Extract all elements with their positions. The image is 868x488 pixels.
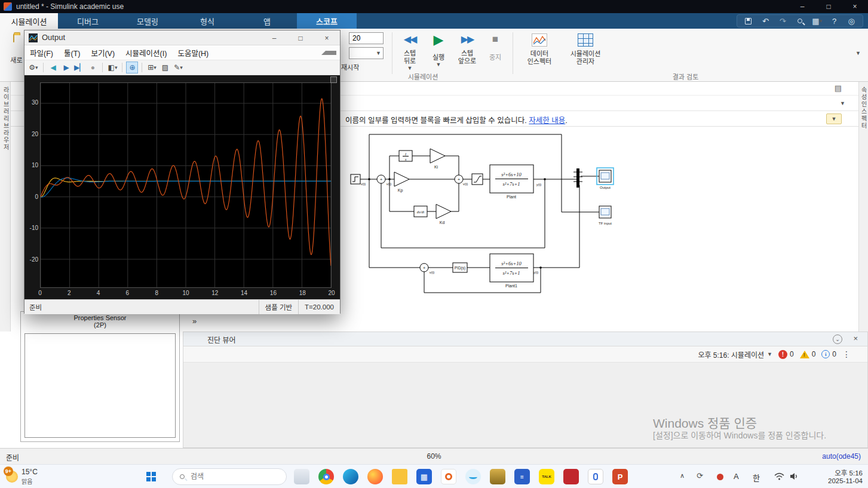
notification-link[interactable]: 자세한 내용 <box>529 116 565 125</box>
redo-icon[interactable]: ↷ <box>777 16 789 26</box>
layout-icon[interactable]: ▦▾ <box>811 16 823 26</box>
menu-help[interactable]: 도움말(H) <box>172 47 214 59</box>
blue-wave-app-icon[interactable] <box>465 469 481 484</box>
menu-file[interactable]: 파일(F) <box>24 47 59 59</box>
edge-icon[interactable] <box>343 469 358 484</box>
keyboard-icon[interactable]: ▤ <box>835 84 842 93</box>
mux-block[interactable] <box>576 168 579 188</box>
dock-arrow-icon[interactable] <box>321 51 336 55</box>
tab-simulation[interactable]: 시뮬레이션 <box>0 13 58 29</box>
tab-format[interactable]: 형식 <box>177 13 237 29</box>
store-icon[interactable]: ▦ <box>416 469 432 484</box>
blue-book-app-icon[interactable]: ≡ <box>514 469 530 484</box>
minimize-button[interactable]: – <box>789 0 815 13</box>
left-strip-label[interactable]: 라이브러리브라우저 <box>0 87 10 151</box>
new-file-icon[interactable] <box>13 35 14 42</box>
start-button[interactable] <box>146 472 156 481</box>
plot-expand-icon[interactable] <box>330 76 337 83</box>
session-selector[interactable]: 오후 5:16: 시뮬레이션 ▼ <box>698 349 772 360</box>
simulation-manager-button[interactable]: 시뮬레이션 관리자 <box>563 33 608 66</box>
scope-style-icon[interactable]: ◧▾ <box>106 62 118 73</box>
diagnostic-title: 진단 뷰어 <box>207 334 236 345</box>
taskbar-clock[interactable]: 오후 5:16 2025-11-04 <box>808 468 863 484</box>
scope-titlebar[interactable]: Output – □ × <box>24 30 340 45</box>
menu-view[interactable]: 보기(V) <box>85 47 120 59</box>
close-button[interactable]: × <box>842 0 868 13</box>
tab-debug[interactable]: 디버그 <box>58 13 118 29</box>
run-button[interactable]: ▶ 실행 ▼ <box>425 33 452 67</box>
saturation-block[interactable] <box>472 174 483 185</box>
stop-time-input[interactable] <box>349 32 384 44</box>
chrome-icon[interactable] <box>318 469 334 484</box>
firefox-icon[interactable] <box>367 469 383 484</box>
solver-label[interactable]: auto(ode45) <box>822 452 861 461</box>
file-explorer-icon[interactable] <box>294 469 309 484</box>
block-diagram[interactable]: + Kp 1 s Ki du/dt Kd + s²+6s+10 s²+7s+1 … <box>343 125 660 305</box>
info-counter[interactable]: i 0 <box>821 350 836 358</box>
ime-korean-indicator[interactable]: 한 <box>753 472 760 483</box>
status-bar: 준비 60% auto(ode45) <box>0 448 868 464</box>
scope-trigger-icon[interactable]: ✎▾ <box>172 62 184 73</box>
ribbon-expand-icon[interactable]: ▼ <box>855 50 861 56</box>
utility-app-icon[interactable] <box>588 469 603 484</box>
step-source-block[interactable] <box>351 174 360 184</box>
svg-text:y(t): y(t) <box>536 183 542 186</box>
error-counter[interactable]: ! 0 <box>778 350 794 359</box>
weather-temp[interactable]: 15°C <box>22 468 38 476</box>
scope-step-icon[interactable]: ▶▏ <box>73 62 85 73</box>
tab-modeling[interactable]: 모델링 <box>118 13 177 29</box>
save-icon[interactable] <box>743 16 754 26</box>
search-icon[interactable] <box>794 16 806 26</box>
scope-y-tick-label: 20 <box>24 131 38 137</box>
undo-icon[interactable]: ↶ <box>760 16 772 26</box>
gain-ki-block[interactable] <box>430 149 445 163</box>
scope-maximize-button[interactable]: □ <box>287 30 314 45</box>
scope-minimize-button[interactable]: – <box>261 30 287 45</box>
collapse-panel-icon[interactable]: ⌄ <box>833 334 842 344</box>
record-icon[interactable]: ◎ <box>845 16 857 26</box>
kakaotalk-icon[interactable]: TALK <box>539 469 554 484</box>
scope-plot-area[interactable] <box>40 82 332 288</box>
scope-record-icon[interactable]: ● <box>87 62 99 73</box>
maximize-button[interactable]: □ <box>815 0 842 13</box>
red-dot-tray-icon[interactable] <box>717 474 723 480</box>
volume-icon[interactable] <box>790 472 799 482</box>
taskbar-search[interactable] <box>172 468 287 485</box>
tray-expand-icon[interactable]: ∧ <box>680 472 685 480</box>
data-inspector-button[interactable]: 데이터 인스펙터 <box>517 33 562 66</box>
sync-icon[interactable]: ⟳ <box>697 471 703 480</box>
help-icon[interactable]: ? <box>829 16 841 26</box>
kebab-menu-icon[interactable]: ⋮ <box>842 349 851 359</box>
menu-tools[interactable]: 툴(T) <box>59 47 85 59</box>
orange-ring-app-icon[interactable] <box>441 469 456 484</box>
scope-settings-icon[interactable]: ⚙▾ <box>27 62 39 73</box>
menu-simulation[interactable]: 시뮬레이션(I) <box>120 47 172 59</box>
wifi-icon[interactable] <box>774 472 784 482</box>
notification-dropdown-button[interactable]: ▼ <box>826 113 842 124</box>
breadcrumb-dropdown-icon[interactable]: ▼ <box>840 100 845 106</box>
panel-collapse-chevron[interactable]: » <box>192 317 197 326</box>
scope-fit-view-icon[interactable]: ⊞▾ <box>146 62 158 73</box>
scope-back-icon[interactable]: ◀ <box>47 62 59 73</box>
scope-run-icon[interactable]: ▶ <box>60 62 72 73</box>
red-app-icon[interactable] <box>563 469 579 484</box>
step-forward-button[interactable]: ▶▶ 스텝 앞으로 <box>453 33 481 65</box>
ime-latin-indicator[interactable]: A <box>734 472 739 481</box>
gain-kd-block[interactable] <box>436 204 451 219</box>
scope-measurements-icon[interactable]: ⊕ <box>126 62 138 73</box>
step-back-button[interactable]: ◀◀ 스텝 뒤로 ▼ <box>395 33 424 71</box>
powerpoint-icon[interactable]: P <box>612 469 628 484</box>
simulation-mode-dropdown[interactable]: ▼ <box>349 47 384 59</box>
tab-scope[interactable]: 스코프 <box>297 13 357 29</box>
scope-close-button[interactable]: × <box>314 30 340 45</box>
right-strip-label[interactable]: 속성인스펙터 <box>859 87 868 130</box>
warning-counter[interactable]: 0 <box>800 350 816 358</box>
search-input[interactable] <box>189 472 267 481</box>
stop-button[interactable]: ■ 중지 <box>483 33 508 62</box>
scope-brush-icon[interactable]: ▨ <box>159 62 171 73</box>
tab-apps[interactable]: 앱 <box>237 13 297 29</box>
gold-app-icon[interactable] <box>490 469 505 484</box>
gain-kp-block[interactable] <box>394 172 409 186</box>
folder-icon[interactable] <box>392 469 407 484</box>
close-panel-icon[interactable]: × <box>853 334 858 343</box>
